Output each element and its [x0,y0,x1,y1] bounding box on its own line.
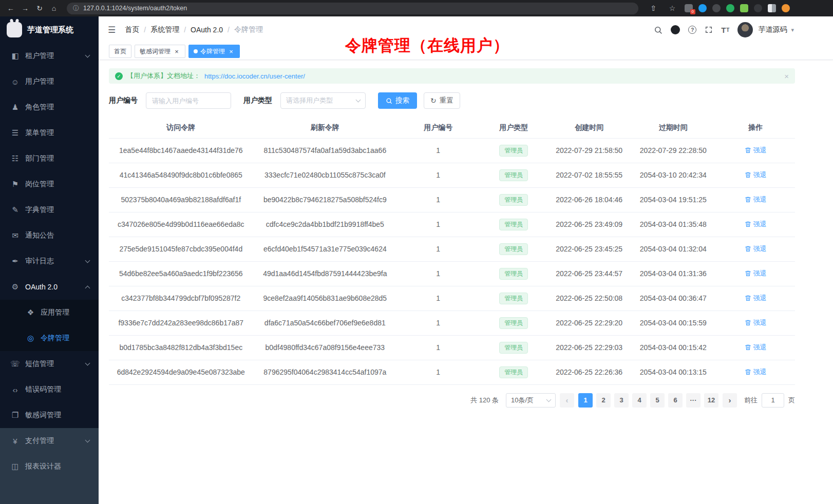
breadcrumb-item-oauth2[interactable]: OAuth 2.0 [191,26,223,34]
app-logo[interactable]: 芋道管理系统 [0,16,99,43]
sidebar-item-sensitive-word[interactable]: ❐ 敏感词管理 [0,402,99,428]
force-logout-button[interactable]: 强退 [745,244,767,254]
sidebar-item-oauth2-app[interactable]: ❖ 应用管理 [0,300,99,325]
sidebar-item-sms[interactable]: ☏ 短信管理 [0,351,99,377]
url-bar[interactable]: ⓘ 127.0.0.1:1024/system/oauth2/token [67,3,638,14]
force-logout-button[interactable]: 强退 [745,294,767,303]
extension-icon[interactable] [754,4,762,12]
reload-icon[interactable]: ↻ [33,2,46,15]
sidebar-item-dept[interactable]: ☷ 部门管理 [0,146,99,171]
font-size-icon[interactable]: TT [721,26,729,34]
sidebar-item-oauth2[interactable]: ⚙ OAuth 2.0 [0,274,99,300]
extension-icon[interactable]: 0 [685,4,693,12]
user-type-select[interactable]: 请选择用户类型 [280,92,366,109]
sidebar-item-error-code[interactable]: ‹› 错误码管理 [0,377,99,402]
extension-icon[interactable] [726,4,734,12]
extension-icon[interactable] [698,4,707,12]
col-access-token: 访问令牌 [109,118,253,138]
sidebar-item-user[interactable]: ☺ 用户管理 [0,69,99,94]
sidepanel-icon[interactable] [768,4,776,12]
page-number-button[interactable]: 5 [650,393,665,408]
tab-sensitive-word[interactable]: 敏感词管理 × [135,45,185,58]
prev-page-button[interactable]: ‹ [560,393,574,408]
browser-profile-avatar[interactable] [782,4,790,12]
alert-close-icon[interactable]: × [784,72,789,81]
search-button[interactable]: 搜索 [378,92,417,109]
page-number-button[interactable]: 12 [704,393,718,408]
breadcrumb-item-home[interactable]: 首页 [125,25,139,34]
tab-close-icon[interactable]: × [173,48,180,55]
sidebar-item-menu[interactable]: ☰ 菜单管理 [0,120,99,146]
user-type-tag: 管理员 [499,145,528,157]
refresh-token-cell: 49d1aa46d1454fbd87591444423be9fa [253,261,397,286]
refresh-token-cell: dfa6c71a50a54c66bef706ef9e6e8d81 [253,311,397,335]
sidebar-item-report-designer[interactable]: ◫ 报表设计器 [0,454,99,479]
caret-down-icon[interactable]: ▾ [791,27,794,33]
tab-label: 首页 [114,47,126,56]
help-icon[interactable]: ? [688,26,696,34]
sidebar-item-label: 菜单管理 [25,128,54,138]
reset-button[interactable]: ↻ 重置 [424,92,460,109]
breadcrumb-item-system[interactable]: 系统管理 [150,25,179,34]
tab-close-icon[interactable]: × [228,48,235,55]
force-logout-button[interactable]: 强退 [745,269,767,278]
back-icon[interactable]: ← [4,2,17,15]
page-number-button[interactable]: 2 [596,393,611,408]
doc-alert: ✓ 【用户体系】文档地址： https://doc.iocoder.cn/use… [109,68,795,84]
page-number-button[interactable]: 6 [668,393,683,408]
sidebar-item-pay[interactable]: ¥ 支付管理 [0,428,99,454]
goto-page-input[interactable] [762,393,784,408]
sidebar-item-post[interactable]: ⚑ 岗位管理 [0,171,99,197]
dept-icon: ☷ [10,154,20,163]
search-icon[interactable] [654,26,662,34]
page-number-button[interactable]: 1 [578,393,593,408]
extension-icon[interactable] [740,4,748,12]
sidebar-item-notice[interactable]: ✉ 通知公告 [0,223,99,248]
sidebar-collapse-icon[interactable]: ☰ [106,25,118,35]
force-logout-button[interactable]: 强退 [745,220,767,229]
user-avatar[interactable] [737,22,753,37]
sidebar-item-audit-log[interactable]: ✒ 审计日志 [0,248,99,274]
chevron-down-icon [546,397,552,402]
force-logout-button[interactable]: 强退 [745,343,767,352]
page-number-button[interactable]: 4 [632,393,647,408]
username[interactable]: 芋道源码 [758,25,787,34]
page-number-button[interactable]: 3 [614,393,629,408]
page-content: ✓ 【用户体系】文档地址： https://doc.iocoder.cn/use… [99,60,833,504]
tab-token[interactable]: 令牌管理 × [188,45,240,58]
browser-toolbar: ← → ↻ ⌂ ⓘ 127.0.0.1:1024/system/oauth2/t… [0,0,833,16]
bookmark-star-icon[interactable]: ☆ [666,2,679,15]
audit-log-icon: ✒ [10,257,20,266]
sidebar-item-dict[interactable]: ✎ 字典管理 [0,197,99,223]
force-logout-button[interactable]: 强退 [745,146,767,155]
sidebar-item-tenant[interactable]: ◧ 租户管理 [0,43,99,69]
sidebar-item-label: 应用管理 [41,308,69,317]
search-button-label: 搜索 [395,96,409,105]
github-icon[interactable] [671,25,680,34]
sidebar-item-oauth2-token[interactable]: ◎ 令牌管理 [0,325,99,351]
tab-home[interactable]: 首页 [109,45,131,58]
expire-time-cell: 2022-07-29 22:28:50 [630,138,716,163]
force-logout-button[interactable]: 强退 [745,195,767,204]
sidebar-item-label: 错误码管理 [25,385,61,394]
user-no-input[interactable] [146,92,231,109]
extension-icon[interactable] [712,4,721,12]
fullscreen-icon[interactable] [705,26,713,34]
access-token-cell: c347026e805e4d99b0d116eae66eda8c [109,212,253,237]
pages-ellipsis-button[interactable]: ··· [686,393,701,408]
page-size-select[interactable]: 10条/页 [506,393,556,408]
force-logout-button[interactable]: 强退 [745,318,767,327]
info-icon[interactable]: ⓘ [73,4,79,13]
next-page-button[interactable]: › [723,393,737,408]
alert-doc-link[interactable]: https://doc.iocoder.cn/user-center/ [204,72,305,80]
breadcrumb-separator: / [144,26,146,34]
force-logout-button[interactable]: 强退 [745,170,767,180]
home-icon[interactable]: ⌂ [47,2,61,15]
sidebar-item-role[interactable]: ♟ 角色管理 [0,94,99,120]
trash-icon [745,196,751,203]
share-icon[interactable]: ⇧ [647,2,660,15]
forward-icon[interactable]: → [18,2,32,15]
force-logout-button[interactable]: 强退 [745,367,767,377]
active-dot-icon [194,49,198,53]
table-header-row: 访问令牌 刷新令牌 用户编号 用户类型 创建时间 过期时间 操作 [109,118,795,138]
